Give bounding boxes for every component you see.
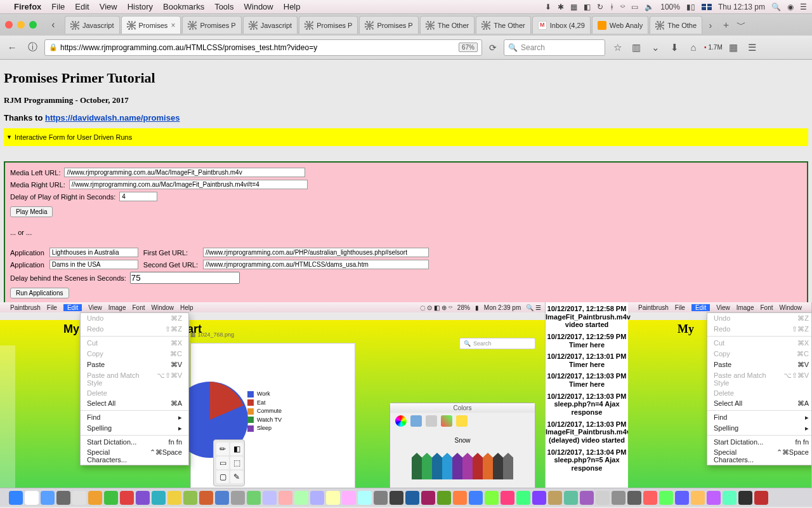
dock-item[interactable] — [199, 491, 213, 505]
bookmark-star-icon[interactable]: ☆ — [609, 39, 625, 56]
menu-item[interactable]: Spelling▸ — [81, 423, 188, 434]
wifi-icon[interactable]: ⌔ — [620, 3, 625, 11]
menubar-view[interactable]: View — [100, 2, 117, 11]
box-icon[interactable]: ◧ — [584, 3, 591, 11]
pocket-icon[interactable]: ⌄ — [647, 39, 664, 56]
download-icon[interactable]: ⬇ — [545, 3, 551, 11]
dock-item[interactable] — [104, 491, 118, 505]
tab[interactable]: The Othe — [650, 16, 702, 34]
dock-item[interactable] — [532, 491, 546, 505]
dock-item[interactable] — [437, 491, 451, 505]
extension-icon[interactable]: ▦ — [725, 39, 742, 56]
dock-item[interactable] — [738, 491, 752, 505]
media-right-input[interactable] — [69, 180, 308, 189]
url-input[interactable] — [60, 43, 456, 52]
tabstrip-back[interactable]: ‹ — [47, 19, 60, 30]
tab[interactable]: The Other — [420, 16, 475, 34]
search-bar[interactable]: 🔍 Search — [504, 39, 605, 56]
dock-item[interactable] — [501, 491, 514, 505]
dock-item[interactable] — [294, 491, 308, 505]
tab[interactable]: Javascript — [243, 16, 298, 34]
menu-item[interactable]: Paste⌘V — [81, 359, 188, 370]
menubar-window[interactable]: Window — [244, 2, 273, 11]
siri-icon[interactable]: ◉ — [787, 3, 794, 11]
menubar-edit[interactable]: Edit — [75, 2, 89, 11]
all-tabs-button[interactable]: ﹀ — [734, 19, 748, 31]
menu-item[interactable]: Start Dictation...fn fn — [707, 437, 812, 447]
menu-item[interactable]: Paste⌘V — [707, 359, 812, 370]
flag-icon[interactable] — [702, 4, 712, 10]
menu-item[interactable]: Start Dictation...fn fn — [81, 437, 188, 447]
get1-input[interactable] — [203, 248, 429, 257]
dock-item[interactable] — [231, 491, 245, 505]
menu-item[interactable]: Find▸ — [707, 412, 812, 423]
menu-item[interactable]: Find▸ — [81, 412, 188, 423]
adblock-badge[interactable]: 1.7M — [704, 44, 723, 51]
menu-item[interactable]: Special Characters...⌃⌘Space — [707, 447, 812, 465]
feed-icon[interactable]: ▥ — [628, 39, 645, 56]
dock-item[interactable] — [485, 491, 499, 505]
delay2-input[interactable] — [130, 272, 240, 284]
edit-dropdown-right[interactable]: Undo⌘ZRedo⇧⌘ZCut⌘XCopy⌘CPaste⌘VPaste and… — [707, 312, 812, 465]
mini-edit-highlight-r[interactable]: Edit — [691, 304, 710, 311]
display-icon[interactable]: ▭ — [631, 3, 638, 11]
dock-item[interactable] — [136, 491, 150, 505]
get2-input[interactable] — [203, 260, 429, 269]
downloads-icon[interactable]: ⬇ — [666, 39, 683, 56]
url-bar[interactable]: 🔒 67% — [44, 39, 482, 56]
menu-item[interactable]: Select All⌘A — [81, 398, 188, 409]
dock-item[interactable] — [25, 491, 39, 505]
dock-item[interactable] — [548, 491, 562, 505]
dock-item[interactable] — [627, 491, 641, 505]
dock-item[interactable] — [72, 491, 86, 505]
menubar-tools[interactable]: Tools — [214, 2, 233, 11]
tab[interactable]: Javascript — [65, 16, 120, 34]
new-tab-button[interactable]: ＋ — [719, 19, 733, 31]
dock-item[interactable] — [358, 491, 372, 505]
spotlight-icon[interactable]: 🔍 — [771, 3, 781, 11]
tab[interactable]: Web Analy — [592, 16, 648, 34]
zoom-badge[interactable]: 67% — [459, 43, 478, 52]
dock-item[interactable] — [453, 491, 467, 505]
menu-item[interactable]: Spelling▸ — [707, 423, 812, 434]
dock-item[interactable] — [120, 491, 134, 505]
notifications-icon[interactable]: ☰ — [800, 3, 807, 11]
grid-icon[interactable]: ▦ — [570, 3, 577, 11]
tool-palette[interactable]: ✏◧▭⬚▢✎ — [213, 439, 245, 486]
tab[interactable]: Inbox (4,29 — [532, 16, 591, 34]
dock-item[interactable] — [469, 491, 483, 505]
play-media-button[interactable]: Play Media — [10, 206, 53, 217]
dock-item[interactable] — [390, 491, 403, 505]
tabstrip-forward[interactable]: › — [704, 20, 717, 30]
dock-item[interactable] — [215, 491, 229, 505]
dock-item[interactable] — [596, 491, 610, 505]
dock-item[interactable] — [754, 491, 768, 505]
dock-item[interactable] — [643, 491, 657, 505]
edit-dropdown-left[interactable]: Undo⌘ZRedo⇧⌘ZCut⌘XCopy⌘CPaste⌘VPaste and… — [80, 312, 189, 465]
dock-item[interactable] — [41, 491, 55, 505]
identity-icon[interactable]: ⓘ — [24, 39, 41, 56]
tab[interactable]: Promises P — [182, 16, 241, 34]
app1-input[interactable] — [49, 248, 138, 257]
reload-button[interactable]: ⟳ — [486, 43, 500, 53]
dock-item[interactable] — [310, 491, 324, 505]
bluetooth-icon[interactable]: ᚼ — [610, 3, 614, 11]
home-icon[interactable]: ⌂ — [685, 39, 702, 56]
dock-item[interactable] — [405, 491, 419, 505]
dock-item[interactable] — [278, 491, 292, 505]
menubar-app[interactable]: Firefox — [14, 2, 41, 11]
hamburger-icon[interactable]: ☰ — [744, 39, 761, 56]
dock-item[interactable] — [723, 491, 737, 505]
details-summary[interactable]: ▼ Interactive Form for User Driven Runs — [4, 128, 808, 146]
back-button[interactable]: ← — [4, 39, 20, 56]
tab-close-icon[interactable]: × — [171, 21, 175, 30]
menubar-file[interactable]: File — [51, 2, 65, 11]
volume-icon[interactable]: 🔈 — [645, 3, 654, 11]
dock-item[interactable] — [183, 491, 197, 505]
dock-item[interactable] — [691, 491, 705, 505]
menubar-help[interactable]: Help — [284, 2, 301, 11]
delay-input[interactable] — [119, 192, 157, 201]
dock-item[interactable] — [659, 491, 673, 505]
clock[interactable]: Thu 12:13 pm — [718, 3, 765, 11]
menubar-history[interactable]: History — [128, 2, 153, 11]
